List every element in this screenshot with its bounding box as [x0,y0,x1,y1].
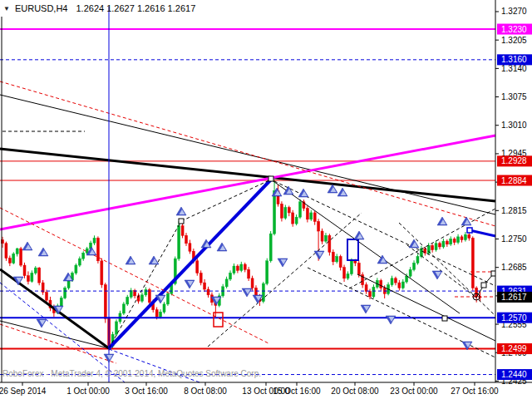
candle [248,269,250,278]
candle [450,239,452,244]
candle [86,249,88,253]
candle [324,235,327,241]
ohlc-values: 1.2624 1.2627 1.2616 1.2617 [76,3,196,13]
candle [269,234,272,261]
candle [406,276,408,282]
candle [101,261,103,285]
handle-square[interactable] [268,176,273,181]
candle [64,288,66,298]
candle [435,244,437,250]
candle [306,209,308,219]
candle [145,290,147,295]
candle [251,278,254,288]
candle [225,279,228,287]
candle [369,292,372,297]
candle [288,208,290,213]
candle [461,237,463,240]
candle [204,283,206,289]
candle [233,266,235,273]
candle [442,241,445,247]
candle [163,304,165,312]
price-label: 1.3075 [501,92,527,101]
time-label: 3 Oct 16:00 [125,387,168,396]
candle [166,293,169,304]
candle [266,261,268,283]
time-label: 15 Oct 16:00 [273,387,321,396]
handle-square[interactable] [442,316,447,321]
handle-square-blue[interactable] [467,228,472,233]
price-label-highlighted: 1.2440 [501,370,527,379]
candle [23,265,26,276]
candle [75,265,77,273]
symbol-period-label: EURUSD,H4 [15,3,68,13]
price-label: 1.2685 [501,263,527,272]
candle [38,268,41,283]
watermark: RoboForex - MetaTrader 4, © 2001-2014, M… [2,369,261,378]
candle [34,268,37,273]
candle [292,213,294,224]
price-label: 1.3140 [501,64,527,73]
candle [181,226,184,236]
candle [126,297,129,303]
candle [93,238,96,243]
candle [409,269,411,276]
time-label: 20 Oct 08:00 [331,387,379,396]
time-label: 1 Oct 00:00 [66,387,110,396]
candle [347,274,349,278]
chart-background[interactable] [0,0,532,399]
price-label-highlighted: 1.3160 [501,55,527,64]
handle-square[interactable] [481,283,486,288]
candle [380,280,382,288]
candle [82,253,85,259]
price-label-highlighted: 1.2617 [501,293,527,302]
candle [229,273,232,279]
candle [78,259,81,265]
candle [318,221,320,231]
candle [413,263,416,269]
candle [12,254,15,263]
candle [8,259,11,264]
candle [438,244,441,247]
candle [350,261,352,274]
candle [295,217,298,224]
price-label: 1.3010 [501,121,527,130]
candle [332,252,334,262]
candle [189,244,191,251]
candle [178,226,180,259]
candle [20,249,22,265]
candle [401,282,404,288]
candle [354,261,357,264]
candle [394,278,397,283]
handle-square[interactable] [179,219,184,224]
candle [31,273,33,282]
candle [299,202,302,217]
chart-canvas[interactable]: 1.32701.32051.31401.30751.30101.29451.28… [0,0,532,399]
candle [336,257,338,262]
chevron-down-icon[interactable]: ▼ [3,5,10,12]
chart-title-bar: ▼EURUSD,H41.2624 1.2627 1.2616 1.2617 [3,3,195,13]
candle [46,293,48,300]
price-label: 1.3205 [501,36,527,45]
candle [240,264,243,270]
mt4-chart-window: 1.32701.32051.31401.30751.30101.29451.28… [0,0,532,399]
candle [148,290,150,303]
candle [140,295,143,301]
price-label-highlighted: 1.3230 [501,25,527,34]
candle [236,266,239,270]
candle [457,237,460,243]
candle [284,208,287,219]
price-label: 1.3270 [501,7,527,16]
candle [416,257,419,264]
candle [310,213,313,219]
price-label: 1.2750 [501,234,527,244]
time-label: 8 Oct 08:00 [184,387,227,396]
candle [471,238,474,288]
candle [343,268,346,278]
candle [155,310,158,317]
candle [321,231,323,241]
candle [365,285,367,292]
candle [464,234,466,239]
candle [280,204,283,218]
candle [431,245,434,249]
candle [60,298,62,306]
